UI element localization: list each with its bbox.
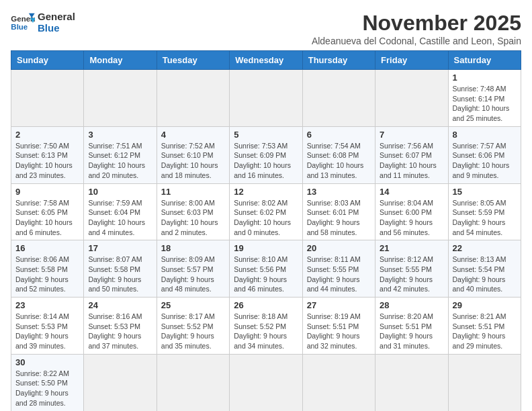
- day-number: 4: [161, 130, 225, 140]
- day-info: Sunrise: 8:07 AM Sunset: 5:58 PM Dayligh…: [88, 255, 152, 294]
- calendar-cell: [84, 354, 157, 411]
- calendar-cell: [230, 70, 302, 127]
- calendar-cell: 1Sunrise: 7:48 AM Sunset: 6:14 PM Daylig…: [448, 70, 521, 127]
- day-info: Sunrise: 8:11 AM Sunset: 5:55 PM Dayligh…: [307, 255, 371, 294]
- day-info: Sunrise: 7:52 AM Sunset: 6:10 PM Dayligh…: [161, 141, 225, 181]
- calendar-week-1: 1Sunrise: 7:48 AM Sunset: 6:14 PM Daylig…: [11, 70, 521, 127]
- calendar-cell: 9Sunrise: 7:58 AM Sunset: 6:05 PM Daylig…: [11, 183, 84, 240]
- calendar-cell: 11Sunrise: 8:00 AM Sunset: 6:03 PM Dayli…: [157, 183, 229, 240]
- calendar-cell: [375, 354, 448, 411]
- day-number: 27: [307, 300, 371, 310]
- day-number: 18: [161, 243, 225, 253]
- calendar-week-3: 9Sunrise: 7:58 AM Sunset: 6:05 PM Daylig…: [11, 183, 521, 240]
- logo: General Blue General Blue: [11, 11, 75, 34]
- day-info: Sunrise: 8:18 AM Sunset: 5:52 PM Dayligh…: [234, 312, 298, 351]
- calendar-cell: 25Sunrise: 8:17 AM Sunset: 5:52 PM Dayli…: [157, 298, 229, 355]
- calendar-cell: 4Sunrise: 7:52 AM Sunset: 6:10 PM Daylig…: [157, 126, 229, 183]
- day-info: Sunrise: 7:54 AM Sunset: 6:08 PM Dayligh…: [307, 141, 371, 181]
- day-info: Sunrise: 8:12 AM Sunset: 5:55 PM Dayligh…: [380, 255, 443, 294]
- day-number: 3: [88, 130, 152, 140]
- calendar-cell: [11, 70, 84, 127]
- weekday-header-monday: Monday: [84, 51, 157, 70]
- calendar-cell: 23Sunrise: 8:14 AM Sunset: 5:53 PM Dayli…: [11, 298, 84, 355]
- calendar-cell: [157, 354, 229, 411]
- day-number: 17: [88, 243, 152, 253]
- day-number: 9: [15, 187, 79, 197]
- day-number: 25: [161, 300, 225, 310]
- calendar-cell: [302, 354, 375, 411]
- calendar-cell: [84, 70, 157, 127]
- day-number: 10: [88, 187, 152, 197]
- day-info: Sunrise: 8:22 AM Sunset: 5:50 PM Dayligh…: [15, 369, 79, 408]
- day-info: Sunrise: 8:13 AM Sunset: 5:54 PM Dayligh…: [453, 255, 517, 294]
- day-number: 16: [15, 243, 79, 253]
- day-number: 6: [307, 130, 371, 140]
- logo-general: General: [38, 11, 75, 22]
- calendar-cell: 28Sunrise: 8:20 AM Sunset: 5:51 PM Dayli…: [375, 298, 448, 355]
- calendar-cell: 6Sunrise: 7:54 AM Sunset: 6:08 PM Daylig…: [302, 126, 375, 183]
- calendar-cell: 2Sunrise: 7:50 AM Sunset: 6:13 PM Daylig…: [11, 126, 84, 183]
- day-info: Sunrise: 8:17 AM Sunset: 5:52 PM Dayligh…: [161, 312, 225, 351]
- title-block: November 2025 Aldeanueva del Codonal, Ca…: [312, 11, 521, 46]
- weekday-header-wednesday: Wednesday: [230, 51, 302, 70]
- calendar-week-2: 2Sunrise: 7:50 AM Sunset: 6:13 PM Daylig…: [11, 126, 521, 183]
- day-info: Sunrise: 8:05 AM Sunset: 5:59 PM Dayligh…: [453, 198, 517, 238]
- calendar-cell: 27Sunrise: 8:19 AM Sunset: 5:51 PM Dayli…: [302, 298, 375, 355]
- calendar-title: November 2025: [312, 11, 521, 36]
- day-info: Sunrise: 8:14 AM Sunset: 5:53 PM Dayligh…: [15, 312, 79, 351]
- calendar-cell: 19Sunrise: 8:10 AM Sunset: 5:56 PM Dayli…: [230, 240, 302, 298]
- day-number: 28: [380, 300, 443, 310]
- day-number: 11: [161, 187, 225, 197]
- weekday-header-tuesday: Tuesday: [157, 51, 229, 70]
- calendar-cell: 20Sunrise: 8:11 AM Sunset: 5:55 PM Dayli…: [302, 240, 375, 298]
- svg-text:Blue: Blue: [11, 23, 28, 31]
- calendar-cell: 29Sunrise: 8:21 AM Sunset: 5:51 PM Dayli…: [448, 298, 521, 355]
- calendar-cell: 12Sunrise: 8:02 AM Sunset: 6:02 PM Dayli…: [230, 183, 302, 240]
- calendar-cell: 18Sunrise: 8:09 AM Sunset: 5:57 PM Dayli…: [157, 240, 229, 298]
- day-info: Sunrise: 8:06 AM Sunset: 5:58 PM Dayligh…: [15, 255, 79, 294]
- day-number: 7: [380, 130, 443, 140]
- day-number: 12: [234, 187, 298, 197]
- calendar-cell: 15Sunrise: 8:05 AM Sunset: 5:59 PM Dayli…: [448, 183, 521, 240]
- day-info: Sunrise: 8:00 AM Sunset: 6:03 PM Dayligh…: [161, 198, 225, 238]
- day-info: Sunrise: 7:48 AM Sunset: 6:14 PM Dayligh…: [453, 84, 517, 124]
- day-info: Sunrise: 8:09 AM Sunset: 5:57 PM Dayligh…: [161, 255, 225, 294]
- day-info: Sunrise: 8:19 AM Sunset: 5:51 PM Dayligh…: [307, 312, 371, 351]
- calendar-cell: 13Sunrise: 8:03 AM Sunset: 6:01 PM Dayli…: [302, 183, 375, 240]
- day-number: 2: [15, 130, 79, 140]
- calendar-subtitle: Aldeanueva del Codonal, Castille and Leo…: [312, 36, 521, 46]
- day-number: 19: [234, 243, 298, 253]
- day-number: 15: [453, 187, 517, 197]
- weekday-header-sunday: Sunday: [11, 51, 84, 70]
- calendar-week-6: 30Sunrise: 8:22 AM Sunset: 5:50 PM Dayli…: [11, 354, 521, 411]
- day-number: 14: [380, 187, 443, 197]
- weekday-header-thursday: Thursday: [302, 51, 375, 70]
- calendar-cell: 22Sunrise: 8:13 AM Sunset: 5:54 PM Dayli…: [448, 240, 521, 298]
- day-number: 5: [234, 130, 298, 140]
- day-number: 22: [453, 243, 517, 253]
- calendar-cell: [375, 70, 448, 127]
- day-info: Sunrise: 7:57 AM Sunset: 6:06 PM Dayligh…: [453, 141, 517, 181]
- day-info: Sunrise: 7:50 AM Sunset: 6:13 PM Dayligh…: [15, 141, 79, 181]
- day-info: Sunrise: 7:59 AM Sunset: 6:04 PM Dayligh…: [88, 198, 152, 238]
- day-number: 24: [88, 300, 152, 310]
- calendar-cell: 30Sunrise: 8:22 AM Sunset: 5:50 PM Dayli…: [11, 354, 84, 411]
- day-info: Sunrise: 8:21 AM Sunset: 5:51 PM Dayligh…: [453, 312, 517, 351]
- day-info: Sunrise: 8:03 AM Sunset: 6:01 PM Dayligh…: [307, 198, 371, 238]
- calendar-week-5: 23Sunrise: 8:14 AM Sunset: 5:53 PM Dayli…: [11, 298, 521, 355]
- calendar-cell: [230, 354, 302, 411]
- calendar-cell: 5Sunrise: 7:53 AM Sunset: 6:09 PM Daylig…: [230, 126, 302, 183]
- logo-blue: Blue: [38, 22, 75, 34]
- day-info: Sunrise: 8:16 AM Sunset: 5:53 PM Dayligh…: [88, 312, 152, 351]
- calendar-cell: 14Sunrise: 8:04 AM Sunset: 6:00 PM Dayli…: [375, 183, 448, 240]
- day-number: 30: [15, 357, 79, 367]
- weekday-header-saturday: Saturday: [448, 51, 521, 70]
- day-info: Sunrise: 7:53 AM Sunset: 6:09 PM Dayligh…: [234, 141, 298, 181]
- day-number: 13: [307, 187, 371, 197]
- header: General Blue General Blue November 2025 …: [11, 11, 521, 46]
- day-number: 8: [453, 130, 517, 140]
- weekday-header-friday: Friday: [375, 51, 448, 70]
- calendar-cell: [157, 70, 229, 127]
- calendar-cell: 16Sunrise: 8:06 AM Sunset: 5:58 PM Dayli…: [11, 240, 84, 298]
- day-info: Sunrise: 7:58 AM Sunset: 6:05 PM Dayligh…: [15, 198, 79, 238]
